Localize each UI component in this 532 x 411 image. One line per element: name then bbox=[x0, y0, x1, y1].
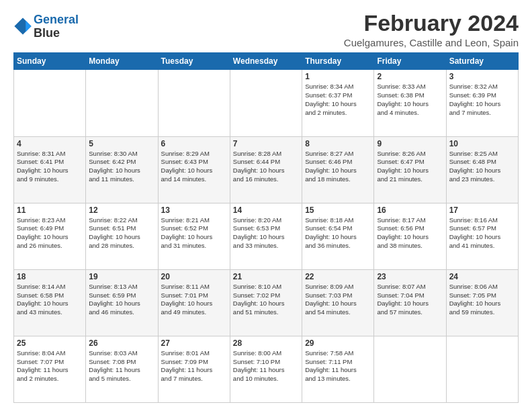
calendar-table: SundayMondayTuesdayWednesdayThursdayFrid… bbox=[13, 52, 519, 403]
calendar-cell: 6Sunrise: 8:29 AM Sunset: 6:43 PM Daylig… bbox=[158, 136, 230, 203]
day-number: 6 bbox=[161, 139, 227, 148]
day-detail: Sunrise: 8:25 AM Sunset: 6:48 PM Dayligh… bbox=[449, 150, 515, 184]
day-detail: Sunrise: 8:13 AM Sunset: 6:59 PM Dayligh… bbox=[89, 283, 154, 317]
weekday-header: Thursday bbox=[302, 53, 374, 70]
calendar-cell: 4Sunrise: 8:31 AM Sunset: 6:41 PM Daylig… bbox=[14, 136, 86, 203]
calendar-cell: 20Sunrise: 8:11 AM Sunset: 7:01 PM Dayli… bbox=[158, 269, 230, 336]
calendar-cell: 9Sunrise: 8:26 AM Sunset: 6:47 PM Daylig… bbox=[374, 136, 446, 203]
day-detail: Sunrise: 8:26 AM Sunset: 6:47 PM Dayligh… bbox=[377, 150, 443, 184]
calendar-cell bbox=[230, 70, 302, 136]
day-detail: Sunrise: 8:29 AM Sunset: 6:43 PM Dayligh… bbox=[161, 150, 227, 184]
day-detail: Sunrise: 8:32 AM Sunset: 6:39 PM Dayligh… bbox=[449, 83, 515, 117]
day-detail: Sunrise: 8:31 AM Sunset: 6:41 PM Dayligh… bbox=[17, 150, 83, 184]
day-detail: Sunrise: 8:28 AM Sunset: 6:44 PM Dayligh… bbox=[233, 150, 299, 184]
calendar-cell bbox=[446, 336, 518, 402]
calendar-cell bbox=[374, 336, 446, 402]
calendar-cell bbox=[14, 70, 86, 136]
day-number: 26 bbox=[89, 338, 154, 348]
weekday-header: Tuesday bbox=[158, 53, 230, 70]
day-detail: Sunrise: 8:00 AM Sunset: 7:10 PM Dayligh… bbox=[233, 349, 299, 383]
day-number: 4 bbox=[17, 139, 83, 148]
calendar-cell: 8Sunrise: 8:27 AM Sunset: 6:46 PM Daylig… bbox=[302, 136, 374, 203]
day-number: 29 bbox=[305, 338, 371, 348]
day-number: 14 bbox=[233, 205, 299, 215]
day-number: 22 bbox=[305, 272, 371, 281]
title-block: February 2024 Cuelgamures, Castille and … bbox=[344, 11, 519, 48]
day-number: 5 bbox=[89, 139, 154, 148]
day-detail: Sunrise: 8:17 AM Sunset: 6:56 PM Dayligh… bbox=[377, 216, 443, 250]
calendar-cell: 19Sunrise: 8:13 AM Sunset: 6:59 PM Dayli… bbox=[86, 269, 158, 336]
day-detail: Sunrise: 8:03 AM Sunset: 7:08 PM Dayligh… bbox=[89, 349, 154, 383]
day-detail: Sunrise: 7:58 AM Sunset: 7:11 PM Dayligh… bbox=[305, 349, 371, 383]
day-detail: Sunrise: 8:20 AM Sunset: 6:53 PM Dayligh… bbox=[233, 216, 299, 250]
day-detail: Sunrise: 8:21 AM Sunset: 6:52 PM Dayligh… bbox=[161, 216, 227, 250]
day-number: 23 bbox=[377, 272, 443, 281]
calendar-week-row: 11Sunrise: 8:23 AM Sunset: 6:49 PM Dayli… bbox=[14, 203, 519, 269]
main-title: February 2024 bbox=[344, 11, 519, 36]
day-number: 7 bbox=[233, 139, 299, 148]
day-detail: Sunrise: 8:07 AM Sunset: 7:04 PM Dayligh… bbox=[377, 283, 443, 317]
day-number: 24 bbox=[449, 272, 515, 281]
calendar-cell: 22Sunrise: 8:09 AM Sunset: 7:03 PM Dayli… bbox=[302, 269, 374, 336]
calendar-cell: 13Sunrise: 8:21 AM Sunset: 6:52 PM Dayli… bbox=[158, 203, 230, 269]
logo-text: General Blue bbox=[34, 13, 79, 40]
calendar-cell: 29Sunrise: 7:58 AM Sunset: 7:11 PM Dayli… bbox=[302, 336, 374, 402]
calendar-cell: 7Sunrise: 8:28 AM Sunset: 6:44 PM Daylig… bbox=[230, 136, 302, 203]
day-detail: Sunrise: 8:16 AM Sunset: 6:57 PM Dayligh… bbox=[449, 216, 515, 250]
calendar-cell: 12Sunrise: 8:22 AM Sunset: 6:51 PM Dayli… bbox=[86, 203, 158, 269]
day-number: 18 bbox=[17, 272, 83, 281]
day-number: 25 bbox=[17, 338, 83, 348]
calendar-cell bbox=[158, 70, 230, 136]
weekday-header: Friday bbox=[374, 53, 446, 70]
page: General Blue February 2024 Cuelgamures, … bbox=[0, 0, 532, 411]
calendar-week-row: 1Sunrise: 8:34 AM Sunset: 6:37 PM Daylig… bbox=[14, 70, 519, 136]
weekday-header: Wednesday bbox=[230, 53, 302, 70]
weekday-header: Sunday bbox=[14, 53, 86, 70]
calendar-cell: 16Sunrise: 8:17 AM Sunset: 6:56 PM Dayli… bbox=[374, 203, 446, 269]
day-detail: Sunrise: 8:34 AM Sunset: 6:37 PM Dayligh… bbox=[305, 83, 371, 117]
calendar-week-row: 18Sunrise: 8:14 AM Sunset: 6:58 PM Dayli… bbox=[14, 269, 519, 336]
weekday-header: Saturday bbox=[446, 53, 518, 70]
calendar-cell: 24Sunrise: 8:06 AM Sunset: 7:05 PM Dayli… bbox=[446, 269, 518, 336]
day-number: 8 bbox=[305, 139, 371, 148]
day-number: 13 bbox=[161, 205, 227, 215]
day-detail: Sunrise: 8:01 AM Sunset: 7:09 PM Dayligh… bbox=[161, 349, 227, 383]
day-detail: Sunrise: 8:06 AM Sunset: 7:05 PM Dayligh… bbox=[449, 283, 515, 317]
calendar-cell: 18Sunrise: 8:14 AM Sunset: 6:58 PM Dayli… bbox=[14, 269, 86, 336]
day-number: 27 bbox=[161, 338, 227, 348]
logo-icon bbox=[13, 17, 32, 36]
calendar-week-row: 4Sunrise: 8:31 AM Sunset: 6:41 PM Daylig… bbox=[14, 136, 519, 203]
logo: General Blue bbox=[13, 13, 79, 40]
calendar-cell: 21Sunrise: 8:10 AM Sunset: 7:02 PM Dayli… bbox=[230, 269, 302, 336]
day-detail: Sunrise: 8:27 AM Sunset: 6:46 PM Dayligh… bbox=[305, 150, 371, 184]
day-number: 3 bbox=[449, 72, 515, 81]
header: General Blue February 2024 Cuelgamures, … bbox=[13, 11, 519, 48]
weekday-header: Monday bbox=[86, 53, 158, 70]
day-detail: Sunrise: 8:22 AM Sunset: 6:51 PM Dayligh… bbox=[89, 216, 154, 250]
calendar-cell bbox=[86, 70, 158, 136]
calendar-cell: 25Sunrise: 8:04 AM Sunset: 7:07 PM Dayli… bbox=[14, 336, 86, 402]
calendar-cell: 2Sunrise: 8:33 AM Sunset: 6:38 PM Daylig… bbox=[374, 70, 446, 136]
day-number: 28 bbox=[233, 338, 299, 348]
day-number: 20 bbox=[161, 272, 227, 281]
day-number: 12 bbox=[89, 205, 154, 215]
calendar-cell: 14Sunrise: 8:20 AM Sunset: 6:53 PM Dayli… bbox=[230, 203, 302, 269]
day-detail: Sunrise: 8:10 AM Sunset: 7:02 PM Dayligh… bbox=[233, 283, 299, 317]
calendar-cell: 27Sunrise: 8:01 AM Sunset: 7:09 PM Dayli… bbox=[158, 336, 230, 402]
day-detail: Sunrise: 8:09 AM Sunset: 7:03 PM Dayligh… bbox=[305, 283, 371, 317]
day-number: 19 bbox=[89, 272, 154, 281]
calendar-header-row: SundayMondayTuesdayWednesdayThursdayFrid… bbox=[14, 53, 519, 70]
day-detail: Sunrise: 8:04 AM Sunset: 7:07 PM Dayligh… bbox=[17, 349, 83, 383]
calendar-cell: 11Sunrise: 8:23 AM Sunset: 6:49 PM Dayli… bbox=[14, 203, 86, 269]
calendar-cell: 17Sunrise: 8:16 AM Sunset: 6:57 PM Dayli… bbox=[446, 203, 518, 269]
day-detail: Sunrise: 8:14 AM Sunset: 6:58 PM Dayligh… bbox=[17, 283, 83, 317]
calendar-cell: 28Sunrise: 8:00 AM Sunset: 7:10 PM Dayli… bbox=[230, 336, 302, 402]
calendar-cell: 3Sunrise: 8:32 AM Sunset: 6:39 PM Daylig… bbox=[446, 70, 518, 136]
calendar-cell: 26Sunrise: 8:03 AM Sunset: 7:08 PM Dayli… bbox=[86, 336, 158, 402]
day-detail: Sunrise: 8:23 AM Sunset: 6:49 PM Dayligh… bbox=[17, 216, 83, 250]
day-number: 17 bbox=[449, 205, 515, 215]
calendar-cell: 1Sunrise: 8:34 AM Sunset: 6:37 PM Daylig… bbox=[302, 70, 374, 136]
day-detail: Sunrise: 8:18 AM Sunset: 6:54 PM Dayligh… bbox=[305, 216, 371, 250]
day-number: 15 bbox=[305, 205, 371, 215]
day-number: 11 bbox=[17, 205, 83, 215]
